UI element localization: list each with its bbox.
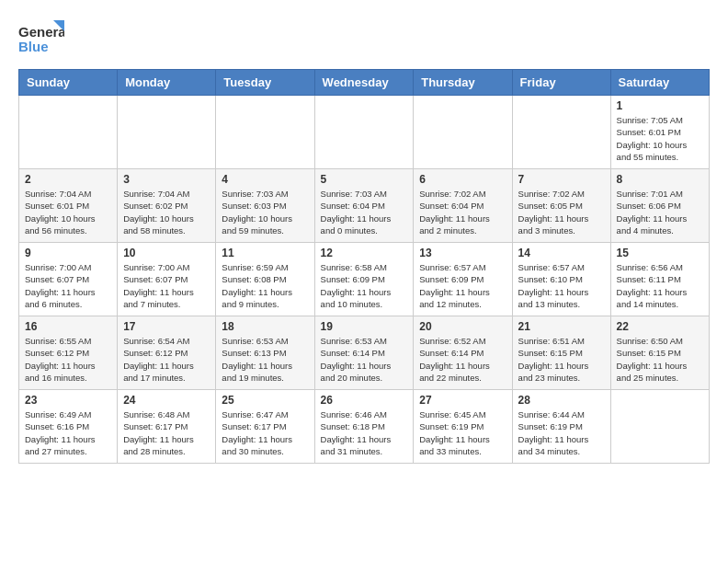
- day-number: 5: [321, 173, 408, 186]
- calendar-cell: 6Sunrise: 7:02 AM Sunset: 6:04 PM Daylig…: [414, 169, 512, 243]
- calendar-cell: 25Sunrise: 6:47 AM Sunset: 6:17 PM Dayli…: [216, 390, 314, 464]
- calendar-cell: [118, 96, 216, 169]
- day-number: 21: [518, 320, 605, 333]
- calendar-cell: [19, 96, 118, 169]
- calendar-header-friday: Friday: [512, 70, 610, 96]
- day-number: 6: [419, 173, 506, 186]
- calendar-cell: 11Sunrise: 6:59 AM Sunset: 6:08 PM Dayli…: [216, 243, 314, 316]
- calendar-cell: 23Sunrise: 6:49 AM Sunset: 6:16 PM Dayli…: [19, 390, 118, 464]
- calendar-cell: 20Sunrise: 6:52 AM Sunset: 6:14 PM Dayli…: [414, 316, 512, 390]
- day-number: 8: [617, 173, 703, 186]
- calendar-week-1: 1Sunrise: 7:05 AM Sunset: 6:01 PM Daylig…: [19, 96, 710, 169]
- day-number: 9: [25, 247, 111, 259]
- day-number: 1: [617, 99, 703, 112]
- calendar-cell: 26Sunrise: 6:46 AM Sunset: 6:18 PM Dayli…: [314, 390, 414, 464]
- calendar-header-tuesday: Tuesday: [216, 70, 314, 96]
- day-info: Sunrise: 6:44 AM Sunset: 6:19 PM Dayligh…: [518, 408, 605, 457]
- day-number: 3: [123, 173, 210, 186]
- day-number: 7: [518, 173, 605, 186]
- day-info: Sunrise: 7:04 AM Sunset: 6:02 PM Dayligh…: [123, 188, 210, 236]
- calendar-cell: 8Sunrise: 7:01 AM Sunset: 6:06 PM Daylig…: [610, 169, 709, 243]
- page-header: General Blue: [18, 18, 710, 60]
- day-info: Sunrise: 6:53 AM Sunset: 6:13 PM Dayligh…: [222, 335, 308, 384]
- calendar-cell: [610, 390, 709, 464]
- day-number: 11: [222, 247, 308, 259]
- svg-text:General: General: [18, 24, 64, 40]
- calendar-week-5: 23Sunrise: 6:49 AM Sunset: 6:16 PM Dayli…: [19, 390, 710, 464]
- day-info: Sunrise: 6:50 AM Sunset: 6:15 PM Dayligh…: [617, 335, 703, 384]
- day-info: Sunrise: 6:57 AM Sunset: 6:09 PM Dayligh…: [419, 261, 506, 310]
- calendar-cell: 3Sunrise: 7:04 AM Sunset: 6:02 PM Daylig…: [118, 169, 216, 243]
- day-info: Sunrise: 7:04 AM Sunset: 6:01 PM Dayligh…: [25, 188, 111, 236]
- day-number: 28: [518, 394, 605, 407]
- day-info: Sunrise: 6:53 AM Sunset: 6:14 PM Dayligh…: [321, 335, 408, 384]
- calendar-header-saturday: Saturday: [610, 70, 709, 96]
- day-info: Sunrise: 7:05 AM Sunset: 6:01 PM Dayligh…: [617, 114, 703, 163]
- calendar-cell: 13Sunrise: 6:57 AM Sunset: 6:09 PM Dayli…: [414, 243, 512, 316]
- day-info: Sunrise: 6:51 AM Sunset: 6:15 PM Dayligh…: [518, 335, 605, 384]
- day-number: 10: [123, 247, 210, 259]
- calendar-week-3: 9Sunrise: 7:00 AM Sunset: 6:07 PM Daylig…: [19, 243, 710, 316]
- calendar-header-row: SundayMondayTuesdayWednesdayThursdayFrid…: [19, 70, 710, 96]
- day-number: 18: [222, 320, 308, 333]
- calendar-cell: 10Sunrise: 7:00 AM Sunset: 6:07 PM Dayli…: [118, 243, 216, 316]
- day-info: Sunrise: 7:02 AM Sunset: 6:05 PM Dayligh…: [518, 188, 605, 236]
- day-info: Sunrise: 7:00 AM Sunset: 6:07 PM Dayligh…: [25, 261, 111, 310]
- day-number: 19: [321, 320, 408, 333]
- calendar-cell: 4Sunrise: 7:03 AM Sunset: 6:03 PM Daylig…: [216, 169, 314, 243]
- day-info: Sunrise: 6:55 AM Sunset: 6:12 PM Dayligh…: [25, 335, 111, 384]
- calendar-header-sunday: Sunday: [19, 70, 118, 96]
- calendar-week-4: 16Sunrise: 6:55 AM Sunset: 6:12 PM Dayli…: [19, 316, 710, 390]
- day-info: Sunrise: 6:57 AM Sunset: 6:10 PM Dayligh…: [518, 261, 605, 310]
- calendar-cell: 28Sunrise: 6:44 AM Sunset: 6:19 PM Dayli…: [512, 390, 610, 464]
- day-number: 27: [419, 394, 506, 407]
- day-number: 17: [123, 320, 210, 333]
- day-info: Sunrise: 6:56 AM Sunset: 6:11 PM Dayligh…: [617, 261, 703, 310]
- day-info: Sunrise: 7:01 AM Sunset: 6:06 PM Dayligh…: [617, 188, 703, 236]
- calendar-cell: 15Sunrise: 6:56 AM Sunset: 6:11 PM Dayli…: [610, 243, 709, 316]
- day-number: 25: [222, 394, 308, 407]
- day-info: Sunrise: 6:54 AM Sunset: 6:12 PM Dayligh…: [123, 335, 210, 384]
- day-number: 12: [321, 247, 408, 259]
- calendar-week-2: 2Sunrise: 7:04 AM Sunset: 6:01 PM Daylig…: [19, 169, 710, 243]
- calendar-cell: 21Sunrise: 6:51 AM Sunset: 6:15 PM Dayli…: [512, 316, 610, 390]
- calendar-cell: 17Sunrise: 6:54 AM Sunset: 6:12 PM Dayli…: [118, 316, 216, 390]
- day-info: Sunrise: 6:52 AM Sunset: 6:14 PM Dayligh…: [419, 335, 506, 384]
- day-info: Sunrise: 6:47 AM Sunset: 6:17 PM Dayligh…: [222, 408, 308, 457]
- calendar-cell: 19Sunrise: 6:53 AM Sunset: 6:14 PM Dayli…: [314, 316, 414, 390]
- calendar-header-wednesday: Wednesday: [314, 70, 414, 96]
- calendar-cell: 24Sunrise: 6:48 AM Sunset: 6:17 PM Dayli…: [118, 390, 216, 464]
- calendar-cell: 7Sunrise: 7:02 AM Sunset: 6:05 PM Daylig…: [512, 169, 610, 243]
- day-info: Sunrise: 6:45 AM Sunset: 6:19 PM Dayligh…: [419, 408, 506, 457]
- day-number: 15: [617, 247, 703, 259]
- calendar-table: SundayMondayTuesdayWednesdayThursdayFrid…: [18, 69, 710, 464]
- calendar-cell: 9Sunrise: 7:00 AM Sunset: 6:07 PM Daylig…: [19, 243, 118, 316]
- day-info: Sunrise: 7:00 AM Sunset: 6:07 PM Dayligh…: [123, 261, 210, 310]
- calendar-cell: 12Sunrise: 6:58 AM Sunset: 6:09 PM Dayli…: [314, 243, 414, 316]
- day-number: 14: [518, 247, 605, 259]
- svg-text:Blue: Blue: [18, 39, 49, 54]
- calendar-cell: 1Sunrise: 7:05 AM Sunset: 6:01 PM Daylig…: [610, 96, 709, 169]
- day-number: 26: [321, 394, 408, 407]
- logo: General Blue: [18, 18, 64, 60]
- day-number: 23: [25, 394, 111, 407]
- calendar-cell: 2Sunrise: 7:04 AM Sunset: 6:01 PM Daylig…: [19, 169, 118, 243]
- calendar-header-thursday: Thursday: [414, 70, 512, 96]
- calendar-cell: [414, 96, 512, 169]
- day-info: Sunrise: 7:03 AM Sunset: 6:04 PM Dayligh…: [321, 188, 408, 236]
- day-info: Sunrise: 6:59 AM Sunset: 6:08 PM Dayligh…: [222, 261, 308, 310]
- calendar-cell: [314, 96, 414, 169]
- day-info: Sunrise: 6:48 AM Sunset: 6:17 PM Dayligh…: [123, 408, 210, 457]
- day-number: 16: [25, 320, 111, 333]
- day-info: Sunrise: 6:46 AM Sunset: 6:18 PM Dayligh…: [321, 408, 408, 457]
- day-number: 24: [123, 394, 210, 407]
- day-info: Sunrise: 7:02 AM Sunset: 6:04 PM Dayligh…: [419, 188, 506, 236]
- calendar-cell: 5Sunrise: 7:03 AM Sunset: 6:04 PM Daylig…: [314, 169, 414, 243]
- day-number: 2: [25, 173, 111, 186]
- calendar-cell: 16Sunrise: 6:55 AM Sunset: 6:12 PM Dayli…: [19, 316, 118, 390]
- day-info: Sunrise: 6:58 AM Sunset: 6:09 PM Dayligh…: [321, 261, 408, 310]
- day-number: 4: [222, 173, 308, 186]
- day-info: Sunrise: 6:49 AM Sunset: 6:16 PM Dayligh…: [25, 408, 111, 457]
- calendar-cell: 27Sunrise: 6:45 AM Sunset: 6:19 PM Dayli…: [414, 390, 512, 464]
- calendar-cell: 22Sunrise: 6:50 AM Sunset: 6:15 PM Dayli…: [610, 316, 709, 390]
